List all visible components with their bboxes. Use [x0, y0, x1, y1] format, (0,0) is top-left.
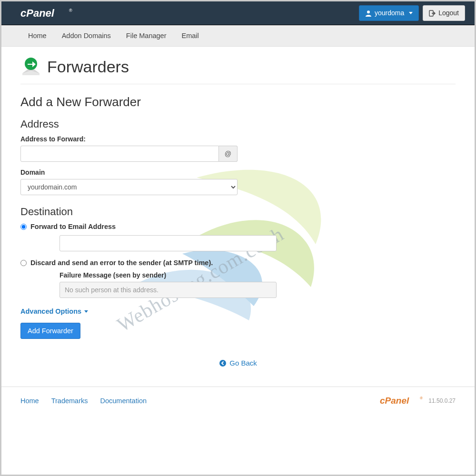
page-title: Forwarders [47, 58, 129, 76]
svg-text:®: ® [69, 8, 72, 13]
footer-link-documentation[interactable]: Documentation [100, 397, 147, 405]
top-bar: cPanel ® yourdoma Logout [1, 1, 475, 25]
discard-error-label: Discard and send an error to the sender … [30, 259, 213, 267]
advanced-options-label: Advanced Options [20, 307, 81, 315]
logout-label: Logout [438, 9, 459, 18]
add-forwarder-button[interactable]: Add Forwarder [20, 323, 80, 339]
at-symbol-addon: @ [219, 146, 238, 162]
forwarder-icon [20, 56, 41, 77]
svg-point-2 [367, 10, 370, 13]
address-title: Address [20, 118, 456, 130]
page-header: Forwarders [20, 56, 456, 84]
discard-error-radio[interactable] [20, 260, 27, 266]
user-icon [365, 10, 372, 17]
nav-email[interactable]: Email [174, 25, 206, 46]
caret-down-icon [409, 12, 413, 14]
caret-down-icon [84, 310, 88, 313]
go-back-label: Go Back [229, 359, 257, 367]
svg-text:®: ® [420, 396, 423, 400]
logout-button[interactable]: Logout [423, 5, 465, 21]
nav-bar: Home Addon Domains File Manager Email [1, 25, 475, 47]
forward-to-email-input[interactable] [60, 235, 277, 251]
footer-link-trademarks[interactable]: Trademarks [51, 397, 88, 405]
logout-icon [429, 10, 436, 17]
domain-select[interactable]: yourdomain.com [20, 179, 238, 195]
advanced-options-toggle[interactable]: Advanced Options [20, 307, 88, 315]
footer-brand-logo: cPanel ® [380, 396, 424, 406]
svg-point-5 [219, 360, 226, 367]
failure-message-input [60, 282, 277, 298]
svg-text:cPanel: cPanel [20, 7, 55, 19]
destination-title: Destination [20, 206, 456, 218]
footer-version: 11.50.0.27 [428, 397, 456, 404]
user-menu-button[interactable]: yourdoma [359, 5, 419, 21]
nav-addon-domains[interactable]: Addon Domains [54, 25, 119, 46]
address-to-forward-label: Address to Forward: [20, 135, 456, 143]
brand-logo: cPanel ® [20, 7, 73, 20]
footer: Home Trademarks Documentation cPanel ® 1… [1, 387, 475, 415]
section-add-forwarder-title: Add a New Forwarder [20, 95, 456, 109]
failure-message-label: Failure Message (seen by sender) [60, 271, 277, 279]
nav-home[interactable]: Home [20, 25, 54, 46]
circle-arrow-left-icon [219, 359, 227, 367]
svg-text:cPanel: cPanel [380, 396, 409, 406]
nav-file-manager[interactable]: File Manager [119, 25, 174, 46]
forward-to-email-label: Forward to Email Address [30, 223, 116, 230]
domain-label: Domain [20, 169, 456, 176]
go-back-link[interactable]: Go Back [219, 359, 257, 367]
forward-to-email-radio[interactable] [20, 224, 27, 230]
footer-link-home[interactable]: Home [20, 397, 39, 405]
user-label: yourdoma [375, 9, 404, 18]
address-to-forward-input[interactable] [20, 146, 219, 162]
